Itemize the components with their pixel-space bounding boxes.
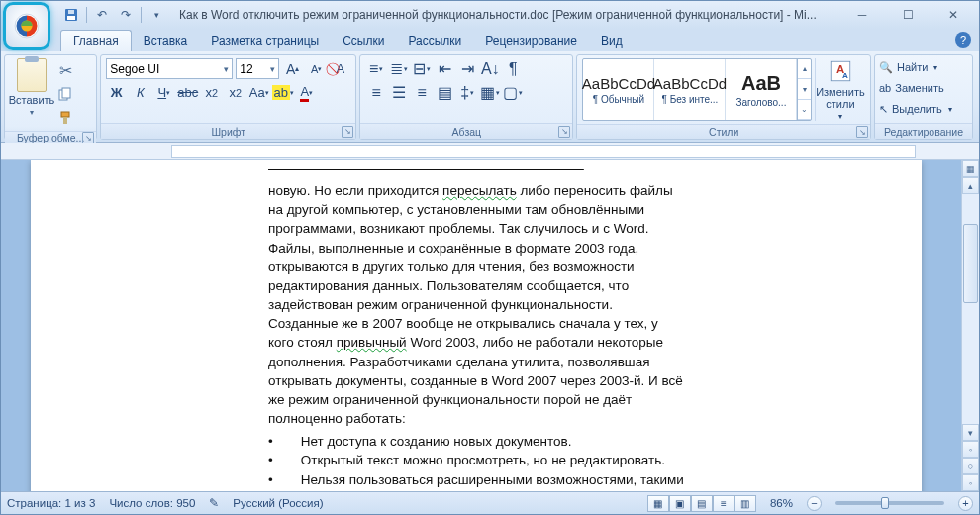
editing-group-label: Редактирование (884, 126, 963, 138)
office-button[interactable] (3, 2, 50, 50)
copy-icon[interactable] (55, 84, 75, 104)
font-launcher[interactable]: ↘ (342, 126, 353, 138)
borders-button[interactable]: ▢▾ (502, 82, 524, 103)
paragraph-launcher[interactable]: ↘ (558, 126, 570, 138)
list-item: Нет доступа к созданию новых документов. (268, 432, 684, 451)
vertical-scrollbar[interactable]: ▦ ▴ ▾ ◦ ○ ◦ (961, 160, 979, 491)
style-no-spacing[interactable]: AaBbCcDd¶ Без инте... (654, 59, 726, 120)
tab-home[interactable]: Главная (60, 30, 132, 52)
replace-button[interactable]: abЗаменить (879, 78, 952, 98)
binoculars-icon: 🔍 (879, 61, 893, 74)
scroll-down[interactable]: ▾ (962, 424, 979, 441)
justify-button[interactable]: ▤ (434, 82, 455, 103)
language-indicator[interactable]: Русский (Россия) (233, 497, 323, 509)
tab-references[interactable]: Ссылки (331, 31, 396, 52)
minimize-button[interactable]: ─ (840, 5, 884, 25)
bullets-button[interactable]: ≡▾ (365, 58, 387, 79)
zoom-out-button[interactable]: − (807, 496, 822, 511)
increase-indent-button[interactable]: ⇥ (456, 58, 478, 79)
font-color-button[interactable]: A▾ (296, 82, 317, 103)
draft-view[interactable]: ▥ (735, 495, 756, 512)
web-layout-view[interactable]: ▤ (691, 495, 713, 512)
bold-button[interactable]: Ж (106, 82, 127, 103)
page-indicator[interactable]: Страница: 1 из 3 (7, 497, 95, 509)
spell-check-icon[interactable]: ✎ (209, 496, 219, 510)
font-name-combo[interactable]: Segoe UI▾ (106, 58, 233, 79)
svg-rect-3 (67, 16, 75, 20)
grow-font-icon[interactable]: A▴ (282, 58, 303, 79)
qat-customize-icon[interactable]: ▾ (147, 6, 165, 24)
cut-icon[interactable]: ✂ (55, 60, 75, 80)
zoom-in-button[interactable]: + (958, 496, 973, 511)
find-button[interactable]: 🔍Найти▾ (879, 57, 952, 77)
svg-rect-6 (62, 88, 70, 98)
styles-launcher[interactable]: ↘ (856, 126, 868, 138)
align-center-button[interactable]: ☰ (388, 82, 410, 103)
outline-view[interactable]: ≡ (713, 495, 735, 512)
qat-undo-icon[interactable]: ↶ (93, 6, 111, 24)
tab-review[interactable]: Рецензирование (473, 31, 589, 52)
numbering-button[interactable]: ≣▾ (388, 58, 410, 79)
document-page[interactable]: новую. Но если приходится пересылать либ… (31, 160, 922, 491)
tab-insert[interactable]: Вставка (132, 31, 200, 52)
qat-redo-icon[interactable]: ↷ (117, 6, 135, 24)
tab-mailings[interactable]: Рассылки (396, 31, 473, 52)
clear-format-icon[interactable]: A⃠ (330, 58, 350, 79)
next-page[interactable]: ◦ (962, 474, 979, 491)
superscript-button[interactable]: x2 (225, 82, 245, 103)
font-group-label: Шрифт (211, 126, 245, 138)
full-screen-view[interactable]: ▣ (669, 495, 691, 512)
zoom-level[interactable]: 86% (770, 497, 793, 509)
scroll-up[interactable]: ▴ (962, 177, 979, 194)
sort-button[interactable]: A↓ (479, 58, 501, 79)
scroll-thumb[interactable] (963, 224, 978, 303)
body-text (268, 160, 684, 179)
help-icon[interactable]: ? (955, 32, 971, 48)
prev-page[interactable]: ◦ (962, 441, 979, 458)
list-item: Нельзя пользоваться расширенными возможн… (268, 470, 684, 492)
print-layout-view[interactable]: ▦ (647, 495, 669, 512)
line-spacing-button[interactable]: ‡▾ (456, 82, 478, 103)
italic-button[interactable]: К (130, 82, 150, 103)
show-marks-button[interactable]: ¶ (502, 58, 524, 79)
tab-page-layout[interactable]: Разметка страницы (199, 31, 331, 52)
zoom-slider[interactable] (835, 501, 944, 505)
gallery-more[interactable]: ⌄ (798, 100, 811, 120)
shading-button[interactable]: ▦▾ (479, 82, 501, 103)
subscript-button[interactable]: x2 (201, 82, 222, 103)
style-gallery[interactable]: AaBbCcDd¶ Обычный AaBbCcDd¶ Без инте... … (582, 58, 812, 121)
title-bar: ↶ ↷ ▾ Как в Word отключить режим огранич… (1, 1, 979, 29)
ruler-toggle[interactable]: ▦ (962, 160, 979, 177)
select-button[interactable]: ↖Выделить▾ (879, 99, 952, 119)
style-normal[interactable]: AaBbCcDd¶ Обычный (583, 59, 654, 120)
multilevel-button[interactable]: ⊟▾ (411, 58, 433, 79)
svg-rect-4 (68, 10, 74, 14)
ribbon: Вставить ▾ ✂ Буфер обме...↘ Segoe UI▾ 12… (1, 52, 979, 143)
maximize-button[interactable]: ☐ (886, 5, 930, 25)
qat-save-icon[interactable] (62, 6, 80, 24)
change-case-button[interactable]: Aa▾ (248, 82, 269, 103)
replace-icon: ab (879, 82, 891, 94)
browse-object[interactable]: ○ (962, 458, 979, 474)
gallery-up[interactable]: ▴ (798, 59, 811, 79)
align-right-button[interactable]: ≡ (411, 82, 433, 103)
tab-view[interactable]: Вид (589, 31, 635, 52)
highlight-button[interactable]: ab▾ (272, 82, 293, 103)
paste-button[interactable]: Вставить ▾ (10, 58, 53, 128)
word-count[interactable]: Число слов: 950 (109, 497, 195, 509)
align-left-button[interactable]: ≡ (365, 82, 387, 103)
decrease-indent-button[interactable]: ⇤ (434, 58, 455, 79)
change-styles-button[interactable]: AA Изменить стили▾ (815, 58, 864, 121)
horizontal-ruler[interactable] (1, 143, 979, 160)
close-button[interactable]: ✕ (931, 5, 975, 25)
view-buttons: ▦ ▣ ▤ ≡ ▥ (647, 495, 756, 512)
shrink-font-icon[interactable]: A▾ (306, 58, 327, 79)
paste-label: Вставить (9, 94, 55, 106)
strike-button[interactable]: abc (177, 82, 198, 103)
style-heading[interactable]: AaBЗаголово... (726, 59, 797, 120)
underline-button[interactable]: Ч▾ (153, 82, 174, 103)
format-painter-icon[interactable] (55, 108, 75, 128)
gallery-down[interactable]: ▾ (798, 79, 811, 99)
document-area: новую. Но если приходится пересылать либ… (1, 160, 979, 491)
font-size-combo[interactable]: 12▾ (236, 58, 279, 79)
